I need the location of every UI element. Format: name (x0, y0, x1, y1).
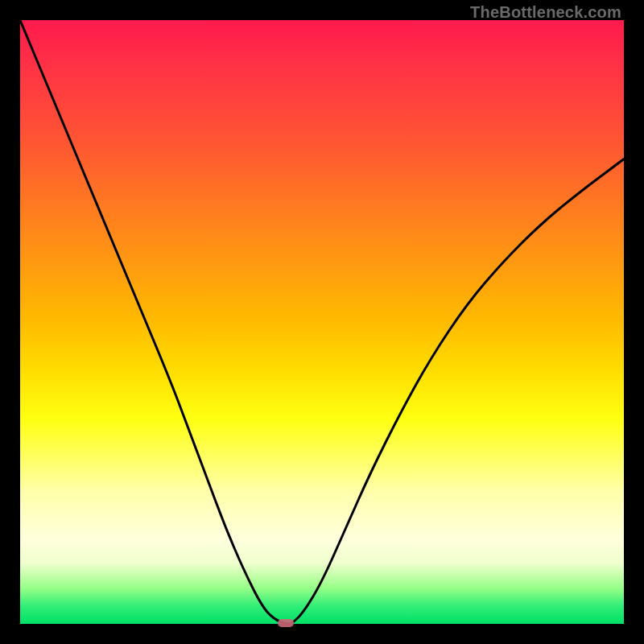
chart-frame: TheBottleneck.com (0, 0, 644, 644)
watermark-text: TheBottleneck.com (470, 3, 621, 22)
optimum-marker (278, 619, 294, 627)
bottleneck-curve (20, 20, 624, 624)
